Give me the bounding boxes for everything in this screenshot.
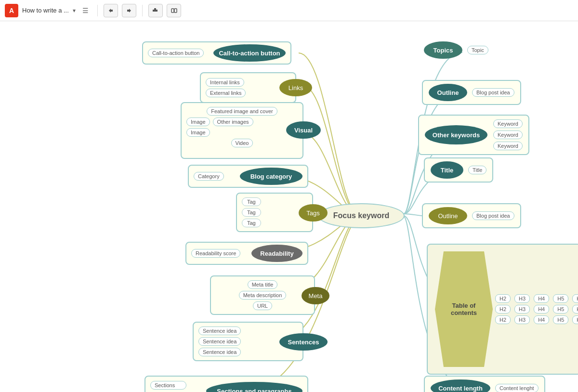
toolbar-separator (97, 5, 98, 16)
h4-col-label: H4 (534, 294, 549, 303)
h4-item-2[interactable]: H4 (534, 315, 549, 324)
outline2-node[interactable]: Outline (429, 207, 467, 224)
h2-item-1[interactable]: H2 (495, 305, 511, 314)
featured-image-label[interactable]: Featured image and cover (207, 107, 277, 116)
video-label[interactable]: Video (231, 139, 253, 147)
sections-label[interactable]: Sections (150, 381, 186, 390)
links-node[interactable]: Links (279, 79, 312, 96)
visual-box: Featured image and cover Image Other ima… (181, 102, 303, 159)
redo-button[interactable] (122, 4, 136, 17)
other-keywords-node[interactable]: Other keywords (425, 125, 487, 144)
blog-category-node[interactable]: Blog category (240, 168, 302, 185)
content-length-group: Content length Content lenght (424, 376, 545, 392)
svg-rect-3 (174, 9, 177, 13)
outline1-group: Outline Blog post idea (422, 80, 521, 105)
h5-col-label: H5 (553, 294, 568, 303)
sentence-idea-3[interactable]: Sentence idea (198, 348, 241, 356)
document-title: How to write a ... (22, 7, 69, 14)
url-label[interactable]: URL (253, 301, 272, 310)
links-box: Internal links External links Links (200, 72, 296, 103)
meta-box: Meta title Meta description URL Meta (210, 275, 315, 315)
h2-col-label: H2 (495, 294, 511, 303)
topics-node[interactable]: Topics (424, 41, 462, 59)
image-label-2[interactable]: Image (186, 128, 210, 137)
svg-rect-1 (154, 8, 156, 10)
toolbar-separator-2 (142, 5, 143, 16)
topic-label[interactable]: Topic (467, 46, 488, 54)
back-nav-button[interactable] (148, 4, 163, 17)
sections-paragraphs-node[interactable]: Sections and paragraphs (206, 382, 302, 392)
keyword-label-3[interactable]: Keyword (493, 142, 523, 150)
table-of-contents-container: Table ofcontents H2 H2 H2 H3 H3 H3 H4 H4… (427, 244, 578, 375)
title-chevron-icon[interactable]: ▾ (73, 7, 76, 14)
category-label[interactable]: Category (194, 172, 224, 181)
visual-node[interactable]: Visual (286, 121, 321, 139)
h6-item-2[interactable]: H6 (572, 315, 578, 324)
outline1-node[interactable]: Outline (429, 84, 467, 101)
h4-item-1[interactable]: H4 (534, 305, 549, 314)
sentences-box: Sentence idea Sentence idea Sentence ide… (193, 322, 303, 361)
forward-nav-button[interactable] (167, 4, 181, 17)
readability-node[interactable]: Readability (251, 245, 302, 262)
call-to-action-box: Call-to-action button Call-to-action but… (142, 41, 291, 65)
h3-item-2[interactable]: H3 (514, 315, 530, 324)
internal-links-label[interactable]: Internal links (206, 78, 244, 87)
app-logo: A (5, 4, 18, 17)
meta-node[interactable]: Meta (302, 287, 329, 304)
mindmap-canvas: Focus keyword Call-to-action button Call… (0, 21, 578, 392)
tags-node[interactable]: Tags (299, 204, 328, 222)
call-to-action-node[interactable]: Call-to-action button (213, 44, 286, 62)
central-node-focus-keyword[interactable]: Focus keyword (318, 203, 405, 228)
image-label-1[interactable]: Image (186, 118, 210, 126)
other-images-label[interactable]: Other images (213, 118, 253, 126)
tag-label-3[interactable]: Tag (242, 219, 261, 227)
title-node[interactable]: Title (431, 161, 463, 179)
sentence-idea-2[interactable]: Sentence idea (198, 337, 241, 346)
readability-score-label[interactable]: Readability score (191, 249, 240, 258)
tag-label-1[interactable]: Tag (242, 197, 261, 206)
h5-item-1[interactable]: H5 (553, 305, 568, 314)
undo-button[interactable] (104, 4, 118, 17)
table-of-contents-label[interactable]: Table ofcontents (451, 302, 477, 316)
h2-item-2[interactable]: H2 (495, 315, 511, 324)
toolbar: A How to write a ... ▾ ☰ (0, 0, 578, 21)
meta-title-label[interactable]: Meta title (248, 280, 278, 289)
topics-group: Topics Topic (424, 41, 488, 59)
content-length-node[interactable]: Content length (431, 379, 490, 392)
blog-post-idea-1-label[interactable]: Blog post idea (472, 88, 514, 97)
outline2-group: Outline Blog post idea (422, 203, 521, 228)
other-keywords-group: Other keywords Keyword Keyword Keyword (418, 115, 529, 155)
h5-item-2[interactable]: H5 (553, 315, 568, 324)
sections-box: Sections Paragraphs Sections and paragra… (144, 376, 308, 392)
title-group: Title Title (424, 157, 493, 183)
h3-col-label: H3 (514, 294, 530, 303)
content-length-label[interactable]: Content lenght (495, 384, 539, 392)
tag-label-2[interactable]: Tag (242, 208, 261, 217)
tags-box: Tag Tag Tag Tags (236, 193, 313, 232)
h6-col-label: H6 (572, 294, 578, 303)
blog-category-box: Category Blog category (188, 165, 308, 188)
meta-description-label[interactable]: Meta description (239, 291, 287, 300)
svg-rect-2 (171, 9, 174, 13)
call-to-action-label[interactable]: Call-to-action button (148, 49, 204, 57)
readability-box: Readability score Readability (185, 242, 308, 265)
external-links-label[interactable]: External links (206, 89, 246, 97)
blog-post-idea-2-label[interactable]: Blog post idea (472, 211, 514, 220)
h6-item-1[interactable]: H6 (572, 305, 578, 314)
h3-item-1[interactable]: H3 (514, 305, 530, 314)
keyword-label-1[interactable]: Keyword (493, 119, 523, 128)
sentence-idea-1[interactable]: Sentence idea (198, 327, 241, 335)
title-label[interactable]: Title (468, 166, 486, 174)
sentences-node[interactable]: Sentences (279, 333, 328, 351)
hamburger-menu-icon[interactable]: ☰ (79, 6, 92, 15)
keyword-label-2[interactable]: Keyword (493, 131, 523, 139)
